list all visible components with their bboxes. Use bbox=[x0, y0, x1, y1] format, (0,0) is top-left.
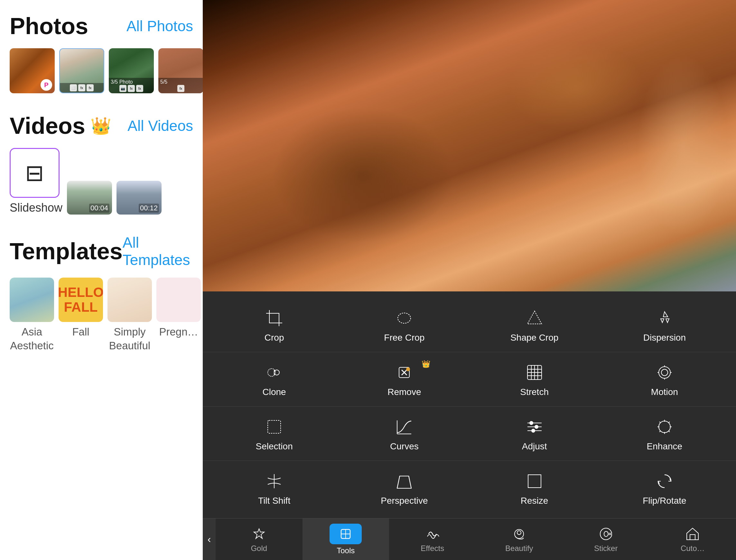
photo-overlay-2: ⬜ fx fx bbox=[60, 83, 104, 93]
videos-row: ⊟ Slideshow 00:04 00:12 bbox=[10, 148, 193, 215]
svg-line-37 bbox=[659, 422, 661, 423]
svg-line-43 bbox=[409, 476, 411, 488]
svg-point-17 bbox=[659, 367, 670, 378]
motion-label: Motion bbox=[651, 387, 678, 397]
video-duration-1: 00:04 bbox=[89, 204, 109, 213]
curves-label: Curves bbox=[390, 441, 419, 452]
right-panel: Crop Free Crop Shape Crop bbox=[203, 0, 736, 560]
nav-effects-label: Effects bbox=[421, 544, 444, 553]
nav-back-button[interactable]: ‹ bbox=[203, 519, 216, 560]
photo-thumb-3[interactable]: 3/5 Photo 📷 fx fx bbox=[109, 48, 154, 93]
tool-tilt-shift[interactable]: Tilt Shift bbox=[209, 464, 339, 512]
tool-clone[interactable]: Clone bbox=[209, 355, 339, 403]
photo-overlay-4: 5/5 fx bbox=[158, 78, 203, 93]
svg-point-29 bbox=[530, 421, 533, 425]
gold-icon bbox=[251, 526, 267, 542]
tools-row-4: Tilt Shift Perspective bbox=[203, 461, 736, 515]
crop-icon bbox=[263, 307, 285, 329]
photo-counter-4: 5/5 bbox=[160, 79, 201, 85]
selection-icon bbox=[263, 416, 285, 438]
nav-tools[interactable]: Tools bbox=[302, 519, 390, 560]
effects-icon bbox=[425, 526, 441, 542]
photo-thumb-1[interactable]: P bbox=[10, 48, 55, 93]
templates-title: Templates bbox=[10, 238, 123, 264]
nav-effects[interactable]: Effects bbox=[389, 519, 476, 560]
template-card-fall[interactable]: HELLOFALL Fall bbox=[59, 278, 103, 339]
template-card-simply[interactable]: Simply Beautiful bbox=[107, 278, 152, 353]
cutout-icon bbox=[685, 526, 701, 542]
template-card-asia[interactable]: Asia Aesthetic bbox=[10, 278, 54, 353]
tool-curves[interactable]: Curves bbox=[339, 410, 469, 457]
mini-icon-5: fx bbox=[128, 85, 135, 92]
svg-marker-3 bbox=[661, 319, 664, 323]
nav-gold[interactable]: Gold bbox=[216, 519, 302, 560]
photo-thumb-2[interactable]: ⬜ fx fx bbox=[59, 48, 104, 93]
nav-gold-label: Gold bbox=[251, 544, 267, 553]
remove-label: Remove bbox=[388, 387, 421, 397]
tool-free-crop[interactable]: Free Crop bbox=[339, 301, 469, 349]
tilt-shift-icon bbox=[263, 470, 285, 492]
photo-thumb-4[interactable]: 5/5 fx bbox=[158, 48, 203, 93]
svg-point-30 bbox=[535, 425, 538, 428]
all-photos-link[interactable]: All Photos bbox=[126, 17, 193, 35]
svg-line-42 bbox=[397, 476, 400, 488]
mini-icon-2: fx bbox=[78, 84, 85, 91]
selection-label: Selection bbox=[256, 441, 293, 452]
tools-row-2: Clone 👑 Remove bbox=[203, 352, 736, 407]
remove-icon bbox=[393, 361, 416, 384]
tool-flip-rotate[interactable]: Flip/Rotate bbox=[600, 464, 730, 512]
photos-title: Photos bbox=[10, 13, 88, 39]
tool-resize[interactable]: Resize bbox=[470, 464, 600, 512]
nav-beautify-label: Beautify bbox=[505, 544, 533, 553]
tool-stretch[interactable]: Stretch bbox=[470, 355, 600, 403]
svg-point-18 bbox=[661, 369, 668, 376]
mini-icon-4: 📷 bbox=[119, 85, 126, 92]
photos-row: P ⬜ fx fx 3/5 Photo 📷 fx fx bbox=[10, 48, 193, 93]
beautify-icon bbox=[511, 526, 527, 542]
template-label-pregn: Pregn… bbox=[156, 325, 201, 339]
nav-sticker[interactable]: Sticker bbox=[563, 519, 649, 560]
all-videos-link[interactable]: All Videos bbox=[127, 117, 193, 134]
shape-crop-label: Shape Crop bbox=[511, 333, 558, 343]
template-img-simply bbox=[107, 278, 152, 322]
tool-adjust[interactable]: Adjust bbox=[470, 410, 600, 457]
tool-dispersion[interactable]: Dispersion bbox=[600, 301, 730, 349]
svg-marker-4 bbox=[666, 319, 669, 323]
video-thumb-forest[interactable]: 00:04 bbox=[67, 181, 112, 215]
video-thumb-house[interactable]: 00:12 bbox=[116, 181, 161, 215]
all-templates-link[interactable]: All Templates bbox=[123, 234, 193, 269]
tool-shape-crop[interactable]: Shape Crop bbox=[470, 301, 600, 349]
adjust-label: Adjust bbox=[522, 441, 547, 452]
template-img-asia bbox=[10, 278, 54, 322]
free-crop-icon bbox=[393, 307, 416, 329]
nav-tools-label: Tools bbox=[336, 546, 354, 555]
photo-counter-3: 3/5 Photo bbox=[111, 79, 152, 85]
tilt-shift-label: Tilt Shift bbox=[258, 496, 290, 506]
template-label-simply: Simply Beautiful bbox=[107, 325, 152, 353]
nav-beautify[interactable]: Beautify bbox=[476, 519, 563, 560]
resize-label: Resize bbox=[521, 496, 548, 506]
videos-section-header: Videos 👑 All Videos bbox=[10, 113, 193, 139]
slideshow-thumb[interactable]: ⊟ bbox=[10, 148, 60, 198]
template-label-fall: Fall bbox=[59, 325, 103, 339]
nav-cutout[interactable]: Cuto… bbox=[649, 519, 736, 560]
crop-label: Crop bbox=[264, 333, 284, 343]
templates-section-header: Templates All Templates bbox=[10, 234, 193, 269]
template-card-pregn[interactable]: Pregn… bbox=[156, 278, 201, 339]
tool-crop[interactable]: Crop bbox=[209, 301, 339, 349]
tool-enhance[interactable]: Enhance bbox=[600, 410, 730, 457]
svg-rect-46 bbox=[528, 475, 541, 488]
tool-perspective[interactable]: Perspective bbox=[339, 464, 469, 512]
slideshow-play-icon: ⊟ bbox=[25, 162, 44, 184]
clone-label: Clone bbox=[262, 387, 286, 397]
flip-rotate-label: Flip/Rotate bbox=[643, 496, 686, 506]
resize-icon bbox=[523, 470, 546, 492]
dispersion-label: Dispersion bbox=[643, 333, 686, 343]
video-duration-2: 00:12 bbox=[139, 204, 159, 213]
motion-icon bbox=[653, 361, 676, 384]
tool-motion[interactable]: Motion bbox=[600, 355, 730, 403]
videos-title: Videos 👑 bbox=[10, 113, 111, 139]
tool-remove[interactable]: 👑 Remove bbox=[339, 355, 469, 403]
dispersion-icon bbox=[653, 307, 676, 329]
tool-selection[interactable]: Selection bbox=[209, 410, 339, 457]
